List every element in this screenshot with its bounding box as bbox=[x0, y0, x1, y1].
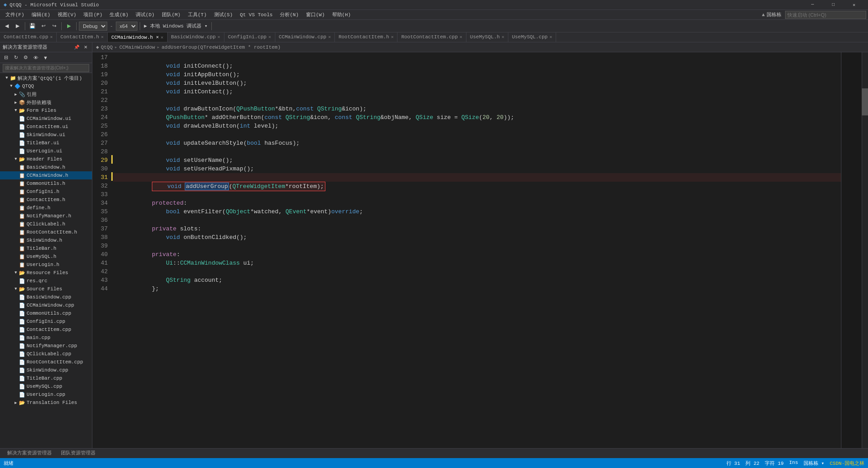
tree-configini-cpp[interactable]: 📄 ConfigIni.cpp bbox=[0, 317, 92, 326]
tree-main-cpp[interactable]: 📄 main.cpp bbox=[0, 334, 92, 342]
tree-titlebar-cpp[interactable]: 📄 TitleBar.cpp bbox=[0, 374, 92, 382]
tree-userlogin-cpp[interactable]: 📄 UserLogin.cpp bbox=[0, 390, 92, 399]
tree-commonutils-h[interactable]: 📋 CommonUtils.h bbox=[0, 179, 92, 188]
menu-team[interactable]: 团队(M) bbox=[158, 10, 184, 20]
minimize-button[interactable]: ─ bbox=[802, 0, 823, 10]
tab-close-basicwindow-cpp[interactable]: ✕ bbox=[218, 34, 220, 40]
toolbar-redo[interactable]: ↪ bbox=[49, 21, 59, 31]
tree-basicwindow-h[interactable]: 📋 BasicWindow.h bbox=[0, 163, 92, 171]
tree-res-qrc[interactable]: 📄 res.qrc bbox=[0, 277, 92, 285]
tree-source-files[interactable]: ▼ 📂 Source Files bbox=[0, 285, 92, 293]
tab-close-usemysql-h[interactable]: ✕ bbox=[502, 34, 504, 40]
quick-search-input[interactable] bbox=[785, 11, 866, 19]
tree-commonutils-cpp[interactable]: 📄 CommonUtils.cpp bbox=[0, 309, 92, 317]
toolbar-back[interactable]: ◀ bbox=[2, 21, 12, 31]
tree-header-files[interactable]: ▼ 📂 Header Files bbox=[0, 155, 92, 163]
tab-ccmainwindow-cpp[interactable]: CCMainWindow.cpp ✕ bbox=[275, 32, 335, 42]
editor-scrollbar[interactable] bbox=[862, 52, 868, 448]
tree-references[interactable]: ▶ 📎 引用 bbox=[0, 90, 92, 98]
tab-close-rootcontactitem-h[interactable]: ✕ bbox=[391, 34, 393, 40]
tree-userlogin-h[interactable]: 📋 UserLogin.h bbox=[0, 261, 92, 269]
tree-userlogin-ui[interactable]: 📄 UserLogin.ui bbox=[0, 147, 92, 155]
menu-debug[interactable]: 调试(D) bbox=[132, 10, 158, 20]
tree-configini-h[interactable]: 📋 ConfigIni.h bbox=[0, 188, 92, 196]
menu-project[interactable]: 项目(P) bbox=[80, 10, 106, 20]
tree-notifymanager-cpp[interactable]: 📄 NotifyManager.cpp bbox=[0, 342, 92, 350]
se-properties[interactable]: ⚙ bbox=[21, 53, 31, 63]
tree-qclicklabel-cpp[interactable]: 📄 QClickLabel.cpp bbox=[0, 350, 92, 358]
se-refresh[interactable]: ↻ bbox=[11, 53, 21, 63]
close-button[interactable]: ✕ bbox=[844, 0, 864, 10]
tree-qclicklabel-h[interactable]: 📋 QClickLabel.h bbox=[0, 220, 92, 228]
tree-usemysql-cpp[interactable]: 📄 UseMySQL.cpp bbox=[0, 382, 92, 390]
tree-basicwindow-cpp[interactable]: 📄 BasicWindow.cpp bbox=[0, 293, 92, 301]
tree-translation-files[interactable]: ▶ 📂 Translation Files bbox=[0, 399, 92, 407]
tree-contactitem-ui[interactable]: 📄 ContactItem.ui bbox=[0, 123, 92, 131]
tab-usemysql-h[interactable]: UseMySQL.h ✕ bbox=[466, 32, 508, 42]
se-close[interactable]: ✕ bbox=[82, 44, 89, 51]
menu-build[interactable]: 生成(B) bbox=[106, 10, 132, 20]
menu-qt[interactable]: Qt VS Tools bbox=[236, 10, 276, 20]
tab-ccmainwindow-h[interactable]: CCMainWindow.h × ✕ bbox=[108, 32, 168, 42]
tree-ccmainwindow-ui[interactable]: 📄 CCMainWindow.ui bbox=[0, 115, 92, 123]
tree-rootcontactitem-cpp[interactable]: 📄 RootContactItem.cpp bbox=[0, 358, 92, 366]
menu-file[interactable]: 文件(F) bbox=[2, 10, 28, 20]
tab-close-contactitem-h[interactable]: ✕ bbox=[101, 34, 104, 40]
tree-solution[interactable]: ▼ 📁 解决方案'QtQQ'(1 个项目) bbox=[0, 74, 92, 82]
platform-select[interactable]: x64 bbox=[116, 22, 137, 31]
tree-rootcontactitem-h[interactable]: 📋 RootContactItem.h bbox=[0, 228, 92, 236]
se-search-input[interactable] bbox=[3, 64, 89, 72]
tree-skinwindow-cpp[interactable]: 📄 SkinWindow.cpp bbox=[0, 366, 92, 374]
tree-usemysql-h[interactable]: 📋 UseMySQL.h bbox=[0, 252, 92, 261]
toolbar-forward[interactable]: ▶ bbox=[13, 21, 23, 31]
tree-external[interactable]: ▶ 📦 外部依赖项 bbox=[0, 98, 92, 106]
tree-titlebar-ui[interactable]: 📄 TitleBar.ui bbox=[0, 139, 92, 147]
tab-close-ccmainwindow-cpp[interactable]: ✕ bbox=[328, 34, 331, 40]
toolbar-save[interactable]: 💾 bbox=[27, 21, 37, 31]
tree-ccmainwindow-cpp[interactable]: 📄 CCMainWindow.cpp bbox=[0, 301, 92, 309]
menu-help[interactable]: 帮助(H) bbox=[329, 10, 355, 20]
tab-rootcontactitem-h[interactable]: RootContactItem.h ✕ bbox=[335, 32, 397, 42]
toolbar-start[interactable]: ▶ bbox=[64, 21, 74, 31]
tree-form-files[interactable]: ▼ 📂 Form Files bbox=[0, 106, 92, 115]
tab-close-rootcontactitem-cpp[interactable]: ✕ bbox=[460, 34, 462, 40]
menu-window[interactable]: 窗口(W) bbox=[302, 10, 329, 20]
se-show-all[interactable]: 👁 bbox=[31, 53, 41, 63]
tree-contactitem-cpp[interactable]: 📄 ContactItem.cpp bbox=[0, 326, 92, 334]
tab-close-ccmainwindow-h[interactable]: ✕ bbox=[161, 35, 164, 40]
tab-rootcontactitem-cpp[interactable]: RootContactItem.cpp ✕ bbox=[397, 32, 466, 42]
tab-basicwindow-cpp[interactable]: BasicWindow.cpp ✕ bbox=[168, 32, 224, 42]
tree-titlebar-h[interactable]: 📋 TitleBar.h bbox=[0, 244, 92, 252]
tree-ccmainwindow-h[interactable]: 📋 CCMainWindow.h bbox=[0, 171, 92, 179]
tree-resource-files[interactable]: ▼ 📂 Resource Files bbox=[0, 269, 92, 277]
tab-solution-explorer[interactable]: 解决方案资源管理器 bbox=[4, 449, 55, 459]
tab-contactitem-h[interactable]: ContactItem.h ✕ bbox=[57, 32, 108, 42]
toolbar-undo[interactable]: ↩ bbox=[38, 21, 48, 31]
menu-view[interactable]: 视图(V) bbox=[54, 10, 80, 20]
tab-usemysql-cpp[interactable]: UseMySQL.cpp ✕ bbox=[508, 32, 556, 42]
maximize-button[interactable]: □ bbox=[823, 0, 844, 10]
debug-mode-select[interactable]: Debug bbox=[79, 22, 107, 31]
tab-configini-cpp[interactable]: ConfigIni.cpp ✕ bbox=[224, 32, 275, 42]
status-user[interactable]: 国栋栋 ▾ bbox=[804, 460, 824, 467]
tree-contactitem-h[interactable]: 📋 ContactItem.h bbox=[0, 196, 92, 204]
menu-tools[interactable]: 工具(T) bbox=[184, 10, 210, 20]
tree-notifymanager-h[interactable]: 📋 NotifyManager.h bbox=[0, 212, 92, 220]
menu-edit[interactable]: 编辑(E) bbox=[28, 10, 54, 20]
tab-team-explorer[interactable]: 团队资源管理器 bbox=[57, 449, 99, 459]
se-collapse[interactable]: ⊟ bbox=[1, 53, 11, 63]
tree-skinwindow-h[interactable]: 📋 SkinWindow.h bbox=[0, 236, 92, 244]
tree-project[interactable]: ▼ 🔷 QTQQ bbox=[0, 82, 92, 90]
se-filter[interactable]: ▼ bbox=[41, 53, 50, 63]
menu-test[interactable]: 测试(S) bbox=[210, 10, 237, 20]
tab-close-configini-cpp[interactable]: ✕ bbox=[268, 34, 271, 40]
scrollbar-thumb[interactable] bbox=[862, 88, 868, 115]
code-editor[interactable]: void initConnect(); void initAppButton()… bbox=[113, 52, 841, 448]
tab-close-usemysql-cpp[interactable]: ✕ bbox=[549, 34, 552, 40]
tree-skinwindow-ui[interactable]: 📄 SkinWindow.ui bbox=[0, 131, 92, 139]
menu-analyze[interactable]: 分析(N) bbox=[276, 10, 302, 20]
tab-contactitem-cpp[interactable]: ContactItem.cpp ✕ bbox=[0, 32, 57, 42]
se-pin[interactable]: 📌 bbox=[73, 44, 80, 51]
tree-define-h[interactable]: 📋 define.h bbox=[0, 204, 92, 212]
tab-close-contactitem-cpp[interactable]: ✕ bbox=[50, 34, 53, 40]
